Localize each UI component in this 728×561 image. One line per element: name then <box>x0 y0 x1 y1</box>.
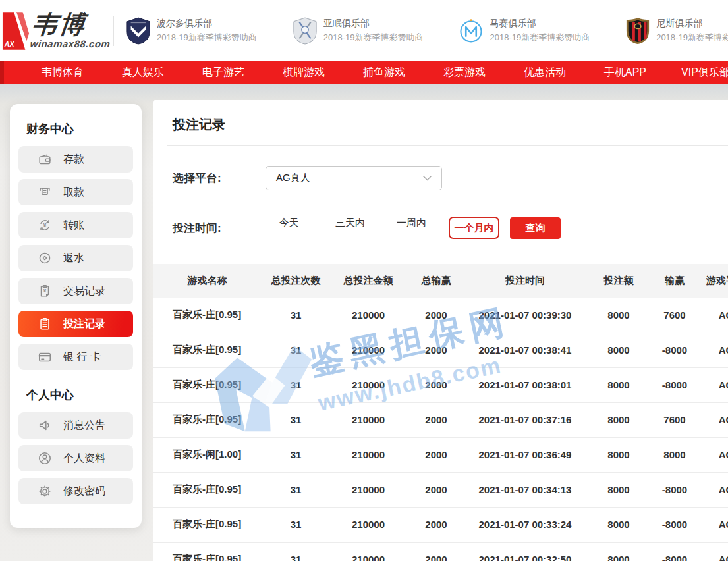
time-filter-row: 投注时间: 今天三天内一周内一个月内 查询 <box>173 217 728 239</box>
sidebar: 财务中心存款取款¥转账返水¥交易记录投注记录银 行 卡个人中心消息公告个人资料修… <box>10 104 142 528</box>
table-cell: 2000 <box>406 402 466 437</box>
table-row: 百家乐-庄[0.95]3121000020002021-01-07 00:34:… <box>153 472 728 507</box>
table-cell: 2000 <box>406 542 466 561</box>
table-cell: 8000 <box>584 507 653 542</box>
club-sponsor-text: 2018-19新赛季博彩赞助商 <box>157 32 257 43</box>
sidebar-item-消息公告[interactable]: 消息公告 <box>18 412 133 439</box>
bet-records-table: 游戏名称总投注次数总投注金额总输赢投注时间投注额输赢游戏平台 百家乐-庄[0.9… <box>153 264 728 561</box>
sidebar-item-返水[interactable]: 返水 <box>18 245 133 271</box>
sponsor-club: 亚眠俱乐部2018-19新赛季博彩赞助商 <box>293 17 424 45</box>
club-name: 亚眠俱乐部 <box>323 18 424 30</box>
table-cell: 2000 <box>406 367 466 402</box>
sidebar-item-个人资料[interactable]: 个人资料 <box>18 445 133 471</box>
amiens-club-badge <box>293 17 318 45</box>
table-cell: AG <box>696 542 728 561</box>
sidebar-item-交易记录[interactable]: ¥交易记录 <box>18 278 133 304</box>
table-cell: 31 <box>262 402 330 437</box>
table-cell: 210000 <box>330 472 406 507</box>
sidebar-item-存款[interactable]: 存款 <box>18 146 133 173</box>
table-cell: AG <box>696 472 728 507</box>
table-cell: 31 <box>262 507 330 542</box>
sidebar-section-title: 个人中心 <box>26 387 133 403</box>
table-cell: 2000 <box>406 333 466 367</box>
gear-icon <box>38 484 52 498</box>
transfer-icon: ¥ <box>38 218 52 232</box>
platform-select[interactable]: AG真人 <box>266 166 442 190</box>
table-cell: -8000 <box>653 542 696 561</box>
table-column-header: 总投注金额 <box>330 264 406 298</box>
club-sponsor-text: 2018-19新赛季博彩赞助商 <box>323 32 424 43</box>
chevron-down-icon <box>422 175 432 181</box>
page-title: 投注记录 <box>153 100 728 145</box>
table-cell: 2000 <box>406 298 466 333</box>
club-name: 波尔多俱乐部 <box>157 18 257 30</box>
sidebar-item-转账[interactable]: ¥转账 <box>18 212 133 238</box>
time-option[interactable]: 三天内 <box>320 217 381 239</box>
marseille-club-badge <box>459 17 484 45</box>
time-options: 今天三天内一周内一个月内 <box>258 217 499 239</box>
nav-item-韦博体育[interactable]: 韦博体育 <box>22 66 103 80</box>
table-row: 百家乐-庄[0.95]3121000020002021-01-07 00:39:… <box>153 298 728 333</box>
site-logo[interactable]: AX 韦博 winamax88.com <box>0 10 111 52</box>
nav-item-优惠活动[interactable]: 优惠活动 <box>505 66 585 80</box>
table-cell: 8000 <box>584 402 653 437</box>
sponsor-club: 马赛俱乐部2018-19新赛季博彩赞助商 <box>459 17 590 45</box>
sidebar-item-label: 存款 <box>63 153 84 167</box>
svg-text:¥: ¥ <box>43 288 47 294</box>
table-cell: 2021-01-07 00:34:13 <box>466 472 584 507</box>
table-cell: 31 <box>262 472 330 507</box>
nav-item-捕鱼游戏[interactable]: 捕鱼游戏 <box>344 66 424 80</box>
sidebar-item-label: 交易记录 <box>63 284 105 298</box>
withdraw-icon <box>38 185 52 200</box>
table-cell: 8000 <box>653 437 696 472</box>
time-option[interactable]: 一周内 <box>381 217 442 239</box>
table-cell: 31 <box>262 542 330 561</box>
table-cell: 8000 <box>584 367 653 402</box>
site-header: AX 韦博 winamax88.com 波尔多俱乐部2018-19新赛季博彩赞助… <box>0 0 728 61</box>
sidebar-item-银行卡[interactable]: 银 行 卡 <box>18 344 133 370</box>
query-button[interactable]: 查询 <box>510 217 561 239</box>
sidebar-item-修改密码[interactable]: 修改密码 <box>18 478 133 504</box>
nav-item-VIP俱乐部[interactable]: VIP俱乐部 <box>665 66 728 80</box>
sidebar-item-label: 转账 <box>63 219 84 232</box>
table-row: 百家乐-庄[0.95]3121000020002021-01-07 00:32:… <box>153 542 728 561</box>
table-cell: AG <box>696 367 728 402</box>
logo-domain-text: winamax88.com <box>30 38 111 49</box>
table-row: 百家乐-庄[0.95]3121000020002021-01-07 00:33:… <box>153 507 728 542</box>
table-cell: 8000 <box>584 437 653 472</box>
bank-card-icon <box>38 350 52 364</box>
sidebar-item-label: 修改密码 <box>63 485 105 498</box>
nav-item-棋牌游戏[interactable]: 棋牌游戏 <box>264 66 344 80</box>
sidebar-item-label: 消息公告 <box>63 419 105 433</box>
nav-item-电子游艺[interactable]: 电子游艺 <box>183 66 264 80</box>
nav-left-edge <box>0 61 4 84</box>
sidebar-item-投注记录[interactable]: 投注记录 <box>18 311 133 337</box>
nav-item-彩票游戏[interactable]: 彩票游戏 <box>424 66 505 80</box>
table-row: 百家乐-庄[0.95]3121000020002021-01-07 00:37:… <box>153 402 728 437</box>
time-option[interactable]: 今天 <box>258 217 320 239</box>
sidebar-item-label: 个人资料 <box>63 452 105 466</box>
table-cell: -8000 <box>653 507 696 542</box>
sidebar-item-取款[interactable]: 取款 <box>18 179 133 205</box>
rebate-coin-icon <box>38 251 52 265</box>
svg-text:¥: ¥ <box>43 223 47 228</box>
page-background: 财务中心存款取款¥转账返水¥交易记录投注记录银 行 卡个人中心消息公告个人资料修… <box>0 84 728 561</box>
table-cell: 百家乐-庄[0.95] <box>153 542 262 561</box>
sponsor-club: 尼斯俱乐部2018-19新赛季博彩赞助商 <box>625 17 728 45</box>
nav-item-手机APP[interactable]: 手机APP <box>585 66 665 80</box>
club-name: 尼斯俱乐部 <box>656 18 728 30</box>
table-cell: 2021-01-07 00:36:49 <box>466 437 584 472</box>
table-cell: 百家乐-庄[0.95] <box>153 402 262 437</box>
table-column-header: 总输赢 <box>406 264 466 298</box>
table-cell: 210000 <box>330 507 406 542</box>
club-sponsor-text: 2018-19新赛季博彩赞助商 <box>656 32 728 43</box>
table-header-row: 游戏名称总投注次数总投注金额总输赢投注时间投注额输赢游戏平台 <box>153 264 728 298</box>
table-row: 百家乐-庄[0.95]3121000020002021-01-07 00:38:… <box>153 367 728 402</box>
time-option-selected[interactable]: 一个月内 <box>449 217 499 239</box>
club-name: 马赛俱乐部 <box>490 18 590 30</box>
sponsor-clubs: 波尔多俱乐部2018-19新赛季博彩赞助商亚眠俱乐部2018-19新赛季博彩赞助… <box>126 17 728 45</box>
table-cell: 210000 <box>330 367 406 402</box>
table-cell: AG <box>696 402 728 437</box>
table-cell: 7600 <box>653 298 696 333</box>
nav-item-真人娱乐[interactable]: 真人娱乐 <box>103 66 183 80</box>
